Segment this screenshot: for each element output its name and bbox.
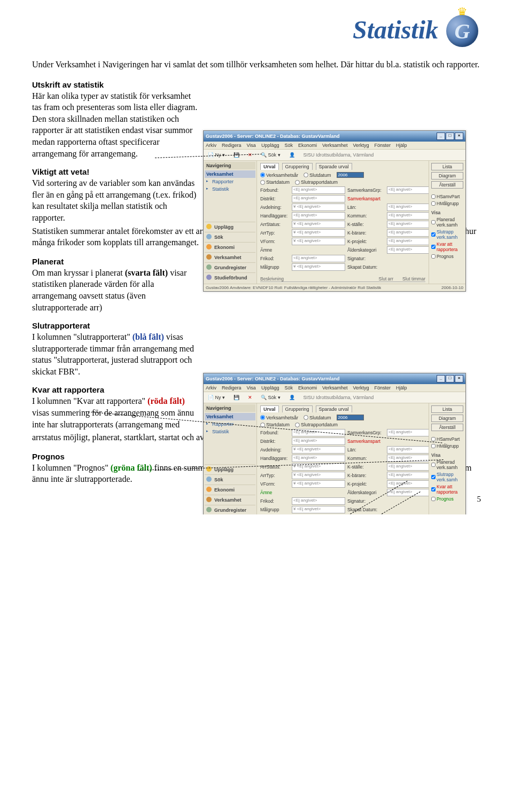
fld-forbund[interactable]: <Ej angivet> xyxy=(292,186,345,194)
tabs: Urval Gruppering Sparade urval xyxy=(260,163,425,170)
menu-verktyg[interactable]: Verktyg xyxy=(353,143,369,148)
diagram-button[interactable]: Diagram xyxy=(431,172,463,179)
menu-ekonomi[interactable]: Ekonomi xyxy=(298,143,317,148)
filter-grid: Förbund:<Ej angivet>SamverkansGrp:<Ej an… xyxy=(260,186,425,271)
fld-samverkansgrp[interactable]: <Ej angivet> xyxy=(387,186,429,194)
lista-button[interactable]: Lista xyxy=(431,163,463,170)
right-panel: Lista Diagram Återställ HSamvPart HMålgr… xyxy=(429,161,465,284)
filter-row-2: Startdatum Slutrapportdatum xyxy=(260,179,425,185)
menu-redigera[interactable]: Redigera xyxy=(222,143,242,148)
menu-sok[interactable]: Sök xyxy=(284,143,293,148)
activity-icon xyxy=(206,254,212,260)
fld-kprojekt[interactable]: <Ej angivet> xyxy=(387,238,429,245)
radio-slutrapportdatum[interactable]: Slutrapportdatum xyxy=(295,179,338,185)
toolbar-delete-icon[interactable]: ✕ xyxy=(246,151,254,159)
tab-gruppering[interactable]: Gruppering xyxy=(282,163,313,170)
logo: ♛ G xyxy=(444,11,481,48)
fld-malgrupp[interactable]: ¥ <Ej angivet> xyxy=(292,263,345,271)
section-body-kvar-a: I kolumnen "Kvar att rapportera" (röda f… xyxy=(32,395,198,430)
tab-sparade[interactable]: Sparade urval xyxy=(316,163,352,170)
toolbar: 📄 Ny ▾ 💾 ✕ 🔍 Sök ▾ 👤 SISU Idrottsutbilda… xyxy=(204,150,465,161)
toolbar-sok[interactable]: 🔍 Sök ▾ xyxy=(259,151,283,159)
chk-slutrapp[interactable]: Slutrapp verk.samh xyxy=(431,229,463,240)
menu-upplagg[interactable]: Upplägg xyxy=(261,143,279,148)
fld-arrtyp[interactable]: ¥ <Ej angivet> xyxy=(292,229,345,237)
nav-panel: Navigering Verksamhet Rapporter Statisti… xyxy=(204,161,257,284)
nav-upplagg[interactable]: Upplägg xyxy=(205,222,255,232)
study-icon xyxy=(206,275,212,280)
menu-visa[interactable]: Visa xyxy=(247,143,256,148)
section-title-utskrift: Utskrift av statistik xyxy=(32,80,481,89)
chk-hsamvpart[interactable]: HSamvPart xyxy=(431,194,463,199)
radio-startdatum[interactable]: Startdatum xyxy=(260,179,290,185)
fld-handlaggare[interactable]: <Ej angivet> xyxy=(292,212,345,220)
nav-verksamhet[interactable]: Verksamhet xyxy=(205,252,255,262)
page-title: Statistik xyxy=(353,15,438,44)
fld-signatur[interactable] xyxy=(387,255,429,262)
toolbar-huvudman: SISU Idrottsutbildarna, Värmland xyxy=(301,151,376,159)
fld-distrikt[interactable]: <Ej angivet> xyxy=(292,195,345,202)
minimize-button[interactable]: _ xyxy=(437,375,445,382)
radio-slutdatum[interactable]: Slutdatum xyxy=(304,173,331,178)
register-icon xyxy=(206,264,212,270)
tab-urval[interactable]: Urval xyxy=(260,163,279,170)
chk-kvar[interactable]: Kvar att rapportera xyxy=(431,241,463,252)
nav-title: Navigering xyxy=(205,162,255,169)
fld-kommun[interactable]: <Ej angivet> xyxy=(387,212,429,220)
center-panel: Urval Gruppering Sparade urval Verksamhe… xyxy=(257,161,429,284)
section-title-slutrapporterat: Slutrapporterat xyxy=(32,321,481,330)
maximize-button[interactable]: □ xyxy=(446,132,454,140)
chk-prognos[interactable]: Prognos xyxy=(431,254,463,259)
page-header: Statistik ♛ G xyxy=(32,11,481,48)
nav-statistik[interactable]: Statistik xyxy=(205,185,255,193)
maximize-button[interactable]: □ xyxy=(446,375,454,382)
page-number: 5 xyxy=(477,495,481,504)
fld-avdelning[interactable]: ¥ <Ej angivet> xyxy=(292,204,345,211)
section-body-slutrapporterat: I kolumnen "slutrapporterat" (blå fält) … xyxy=(32,331,198,377)
menubar: Arkiv Redigera Visa Upplägg Sök Ekonomi … xyxy=(204,142,465,150)
section-body-utskrift: Här kan olika typer av statistik för ver… xyxy=(32,90,198,160)
folder-icon xyxy=(206,224,212,229)
chk-planerad[interactable]: Planerad verk.samh xyxy=(431,217,463,228)
fld-amne[interactable] xyxy=(292,247,345,253)
close-button[interactable]: × xyxy=(455,375,463,382)
menu-fonster[interactable]: Fönster xyxy=(375,143,391,148)
nav-sok[interactable]: Sök xyxy=(205,232,255,242)
nav-grundregister[interactable]: Grundregister xyxy=(205,262,255,272)
menu-arkiv[interactable]: Arkiv xyxy=(206,143,216,148)
fld-lan[interactable]: <Ej angivet> xyxy=(387,204,429,211)
search-icon xyxy=(206,234,212,239)
screenshot-statistik-2: Gustav2006 - Server: ONLINE2 - Databas: … xyxy=(203,373,466,514)
nav-ekonomi[interactable]: Ekonomi xyxy=(205,242,255,252)
window-title: Gustav2006 - Server: ONLINE2 - Databas: … xyxy=(206,134,340,139)
section-slutrapporterat: Slutrapporterat I kolumnen "slutrapporte… xyxy=(32,321,481,377)
fld-vform[interactable]: ¥ <Ej angivet> xyxy=(292,238,345,245)
section-body-viktigt-a: Vid sortering av de variabler som kan an… xyxy=(32,177,198,223)
fld-frikod[interactable]: <Ej angivet> xyxy=(292,255,345,262)
intro-text: Under Verksamhet i Navigeringen har vi s… xyxy=(32,59,481,71)
fld-arrstatus[interactable]: ¥ <Ej angivet> xyxy=(292,221,345,228)
menu-hjalp[interactable]: Hjälp xyxy=(396,143,407,148)
toolbar-person-icon[interactable]: 👤 xyxy=(287,151,297,159)
aterstall-button[interactable]: Återställ xyxy=(431,181,463,189)
window-titlebar: Gustav2006 - Server: ONLINE2 - Databas: … xyxy=(204,131,465,142)
fld-skapatdatum[interactable] xyxy=(387,264,429,270)
nav-studieforbund[interactable]: Studieförbund xyxy=(205,272,255,283)
fld-kstalle[interactable]: <Ej angivet> xyxy=(387,221,429,228)
money-icon xyxy=(206,244,212,249)
result-header: Beskrivning Slut arr Slut timmar xyxy=(260,276,425,282)
radio-verksamhetsar[interactable]: Verksamhetsår xyxy=(260,173,298,178)
close-button[interactable]: × xyxy=(455,132,463,140)
fld-samverkanspart[interactable] xyxy=(387,196,429,202)
section-body-planerat: Om man kryssar i planerat (svarta fält) … xyxy=(32,267,198,313)
chk-hmalgrupp[interactable]: HMålgrupp xyxy=(431,201,463,206)
statusbar: Gustav2006 Användare: EVNIDF10 Roll: Ful… xyxy=(204,284,465,291)
nav-verksamhet[interactable]: Verksamhet xyxy=(205,170,255,178)
nav-rapporter[interactable]: Rapporter xyxy=(205,178,255,185)
fld-alderskategori[interactable]: <Ej angivet> xyxy=(387,246,429,254)
filter-row: Verksamhetsår Slutdatum 2006 xyxy=(260,172,425,178)
year-dropdown[interactable]: 2006 xyxy=(337,172,364,178)
fld-kbarare[interactable]: <Ej angivet> xyxy=(387,229,429,237)
menu-verksamhet[interactable]: Verksamhet xyxy=(322,143,348,148)
minimize-button[interactable]: _ xyxy=(437,132,445,140)
